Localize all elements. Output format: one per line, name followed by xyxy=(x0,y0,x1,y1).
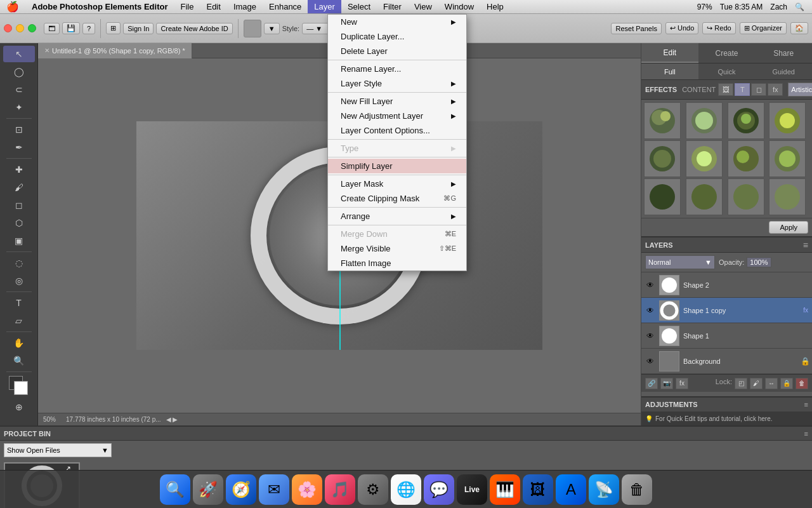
type-arrow-icon: ▶ xyxy=(451,145,456,152)
menu-delete[interactable]: Delete Layer xyxy=(328,44,466,58)
menu-new-adjustment[interactable]: New Adjustment Layer ▶ xyxy=(328,109,466,123)
style-arrow-icon: ▶ xyxy=(451,80,456,87)
menu-type: Type ▶ xyxy=(328,141,466,156)
mask-arrow-icon: ▶ xyxy=(451,180,456,187)
menu-sep-1 xyxy=(328,60,466,60)
menu-sep-7 xyxy=(328,225,466,225)
menu-content-options[interactable]: Layer Content Options... xyxy=(328,123,466,138)
menu-merge-down: Merge Down ⌘E xyxy=(328,227,466,241)
dropdown-overlay[interactable]: New ▶ Duplicate Layer... Delete Layer Re… xyxy=(0,0,812,508)
menu-flatten[interactable]: Flatten Image xyxy=(328,256,466,271)
menu-sep-4 xyxy=(328,157,466,157)
merge-down-shortcut: ⌘E xyxy=(445,230,456,238)
merge-visible-shortcut: ⇧⌘E xyxy=(439,244,456,253)
menu-sep-6 xyxy=(328,207,466,208)
menu-layer-style[interactable]: Layer Style ▶ xyxy=(328,76,466,91)
layer-dropdown-menu: New ▶ Duplicate Layer... Delete Layer Re… xyxy=(327,14,467,271)
adj-arrow-icon: ▶ xyxy=(451,112,456,119)
menu-duplicate[interactable]: Duplicate Layer... xyxy=(328,29,466,44)
menu-sep-5 xyxy=(328,175,466,175)
menu-sep-3 xyxy=(328,139,466,140)
menu-new-fill[interactable]: New Fill Layer ▶ xyxy=(328,94,466,109)
menu-simplify-layer[interactable]: Simplify Layer xyxy=(328,159,466,173)
arrow-icon: ▶ xyxy=(451,18,456,25)
menu-merge-visible[interactable]: Merge Visible ⇧⌘E xyxy=(328,241,466,256)
arrange-arrow-icon: ▶ xyxy=(451,213,456,220)
fill-arrow-icon: ▶ xyxy=(451,98,456,105)
menu-rename[interactable]: Rename Layer... xyxy=(328,62,466,76)
menu-sep-2 xyxy=(328,92,466,93)
menu-arrange[interactable]: Arrange ▶ xyxy=(328,209,466,224)
app-wrapper: 🍎 Adobe Photoshop Elements Editor File E… xyxy=(0,0,812,508)
clipping-shortcut: ⌘G xyxy=(443,194,456,203)
menu-clipping-mask[interactable]: Create Clipping Mask ⌘G xyxy=(328,191,466,206)
menu-layer-mask[interactable]: Layer Mask ▶ xyxy=(328,177,466,191)
menu-new[interactable]: New ▶ xyxy=(328,15,466,29)
